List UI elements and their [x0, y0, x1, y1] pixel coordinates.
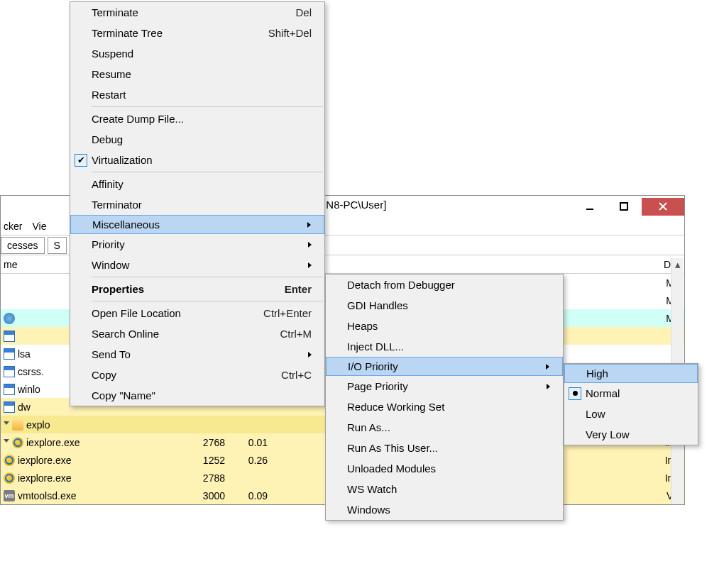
- menu-item-label: Restart: [92, 89, 312, 101]
- menu-item-label: Page Priority: [347, 380, 541, 392]
- menu-item-gdi-handles[interactable]: GDI Handles: [326, 295, 563, 316]
- expand-icon[interactable]: [4, 421, 9, 428]
- menu-item-terminator[interactable]: Terminator: [70, 194, 324, 215]
- menu-item-label: Low: [586, 408, 685, 420]
- radio-icon: [569, 387, 581, 400]
- menu-item-ws-watch[interactable]: WS Watch: [326, 479, 563, 499]
- menu-view[interactable]: Vie: [32, 221, 46, 232]
- menu-item-suspend[interactable]: Suspend: [70, 43, 324, 64]
- svg-rect-1: [620, 203, 627, 210]
- process-icon: [12, 437, 23, 448]
- process-icon: [4, 401, 15, 413]
- menu-item-virtualization[interactable]: ✔Virtualization: [70, 150, 324, 170]
- process-name: explo: [26, 419, 50, 431]
- process-name: iexplore.exe: [18, 472, 72, 484]
- menu-item-label: GDI Handles: [347, 299, 550, 311]
- cell-cpu: 0.26: [228, 455, 270, 466]
- menu-item-low[interactable]: Low: [564, 404, 698, 424]
- menu-item-run-as[interactable]: Run As...: [326, 417, 563, 438]
- menu-item-create-dump-file[interactable]: Create Dump File...: [70, 109, 324, 129]
- tab-s[interactable]: S: [48, 237, 67, 254]
- menu-item-windows[interactable]: Windows: [326, 499, 563, 520]
- menu-item-label: Priority: [92, 238, 302, 250]
- menu-item-page-priority[interactable]: Page Priority: [326, 376, 563, 396]
- menu-item-label: Create Dump File...: [92, 113, 312, 125]
- menu-item-normal[interactable]: Normal: [564, 383, 698, 404]
- process-icon: [4, 384, 15, 395]
- menu-item-label: Normal: [586, 387, 685, 399]
- menu-item-very-low[interactable]: Very Low: [564, 424, 698, 445]
- svg-rect-0: [586, 209, 593, 210]
- menu-item-label: Copy "Name": [92, 389, 312, 401]
- menu-item-label: I/O Priority: [348, 360, 540, 372]
- menu-item-label: Suspend: [92, 48, 312, 60]
- expand-icon[interactable]: [4, 439, 9, 445]
- process-icon: [4, 366, 15, 377]
- chevron-right-icon: [547, 384, 550, 389]
- scroll-up-icon[interactable]: ▴: [671, 258, 684, 271]
- process-icon: [12, 419, 23, 431]
- menu-item-open-file-location[interactable]: Open File LocationCtrl+Enter: [70, 303, 324, 323]
- menu-item-label: Terminate Tree: [92, 27, 251, 39]
- menu-item-label: Detach from Debugger: [347, 279, 550, 291]
- menu-item-debug[interactable]: Debug: [70, 129, 324, 150]
- minimize-button[interactable]: [574, 198, 606, 215]
- context-menu-main: TerminateDelTerminate TreeShift+DelSuspe…: [70, 1, 325, 406]
- process-icon: [4, 331, 15, 342]
- menu-item-label: Terminate: [92, 6, 278, 18]
- menu-item-label: Virtualization: [92, 154, 312, 166]
- menu-separator: [92, 172, 323, 172]
- menu-item-i-o-priority[interactable]: I/O Priority: [326, 357, 563, 376]
- menu-item-search-online[interactable]: Search OnlineCtrl+M: [70, 323, 324, 344]
- menu-shortcut: Ctrl+C: [281, 369, 312, 381]
- menu-hacker[interactable]: cker: [4, 221, 22, 232]
- menu-item-label: Very Low: [586, 428, 685, 440]
- cell-pid: 3000: [185, 490, 228, 501]
- menu-item-window[interactable]: Window: [70, 255, 324, 275]
- menu-item-priority[interactable]: Priority: [70, 234, 324, 255]
- cell-pid: 2768: [185, 437, 228, 448]
- process-icon: vm: [4, 490, 15, 501]
- menu-separator: [92, 106, 323, 107]
- menu-item-label: Inject DLL...: [347, 340, 550, 353]
- menu-item-copy-name[interactable]: Copy "Name": [70, 385, 324, 406]
- process-name: lsa: [18, 348, 31, 360]
- menu-item-restart[interactable]: Restart: [70, 84, 324, 105]
- menu-item-resume[interactable]: Resume: [70, 64, 324, 84]
- process-name: iexplore.exe: [26, 437, 80, 448]
- cell-cpu: 0.01: [228, 437, 270, 448]
- menu-item-label: Search Online: [92, 328, 263, 340]
- menu-item-label: Unloaded Modules: [347, 462, 550, 475]
- menu-item-inject-dll[interactable]: Inject DLL...: [326, 336, 563, 357]
- menu-item-affinity[interactable]: Affinity: [70, 174, 324, 194]
- menu-item-high[interactable]: High: [564, 364, 698, 383]
- chevron-right-icon: [308, 242, 312, 248]
- process-icon: [4, 348, 15, 360]
- process-icon: [4, 313, 15, 324]
- menu-item-heaps[interactable]: Heaps: [326, 316, 563, 336]
- menu-item-terminate[interactable]: TerminateDel: [70, 2, 324, 23]
- menu-item-label: Miscellaneous: [92, 218, 302, 231]
- menu-item-send-to[interactable]: Send To: [70, 344, 324, 365]
- menu-item-miscellaneous[interactable]: Miscellaneous: [70, 215, 324, 234]
- maximize-button[interactable]: [608, 198, 640, 215]
- close-button[interactable]: [642, 198, 684, 216]
- menu-separator: [92, 277, 323, 277]
- context-menu-misc: Detach from DebuggerGDI HandlesHeapsInje…: [325, 274, 564, 521]
- menu-separator: [92, 301, 323, 301]
- process-name: vmtoolsd.exe: [18, 490, 76, 501]
- menu-item-label: High: [586, 367, 684, 379]
- menu-item-properties[interactable]: PropertiesEnter: [70, 279, 324, 299]
- menu-item-detach-from-debugger[interactable]: Detach from Debugger: [326, 274, 563, 295]
- menu-shortcut: Shift+Del: [268, 27, 312, 39]
- menu-item-copy[interactable]: CopyCtrl+C: [70, 365, 324, 385]
- context-menu-io: HighNormalLowVery Low: [564, 363, 698, 445]
- menu-item-reduce-working-set[interactable]: Reduce Working Set: [326, 396, 563, 417]
- menu-item-run-as-this-user[interactable]: Run As This User...: [326, 438, 563, 458]
- process-name: iexplore.exe: [18, 455, 72, 466]
- menu-item-terminate-tree[interactable]: Terminate TreeShift+Del: [70, 23, 324, 43]
- tab-processes[interactable]: cesses: [1, 237, 45, 254]
- check-icon: ✔: [75, 154, 87, 167]
- menu-item-unloaded-modules[interactable]: Unloaded Modules: [326, 458, 563, 479]
- menu-shortcut: Enter: [285, 283, 312, 295]
